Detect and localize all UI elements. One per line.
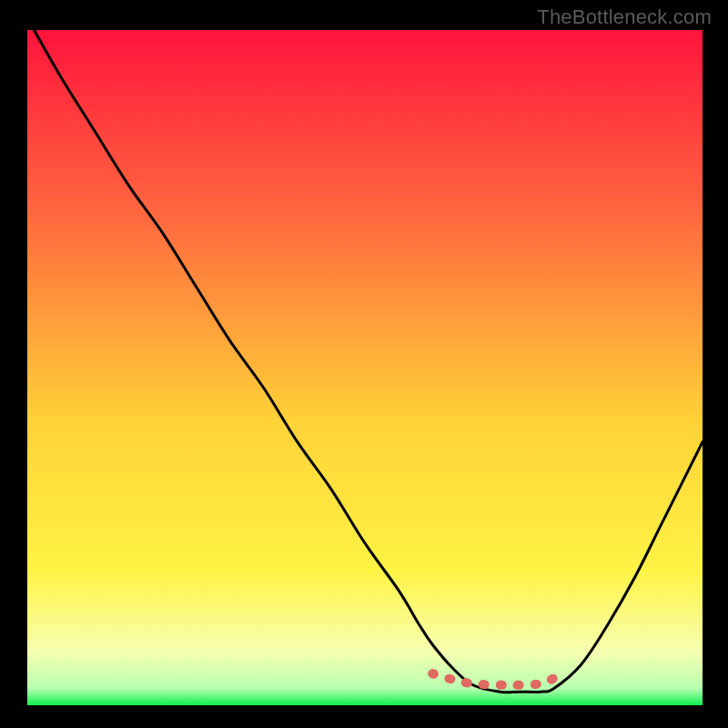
chart-container: TheBottleneck.com (0, 0, 728, 728)
watermark-text: TheBottleneck.com (537, 5, 712, 29)
chart-svg (27, 30, 703, 705)
plot-area (27, 30, 703, 705)
gradient-background (27, 30, 703, 705)
